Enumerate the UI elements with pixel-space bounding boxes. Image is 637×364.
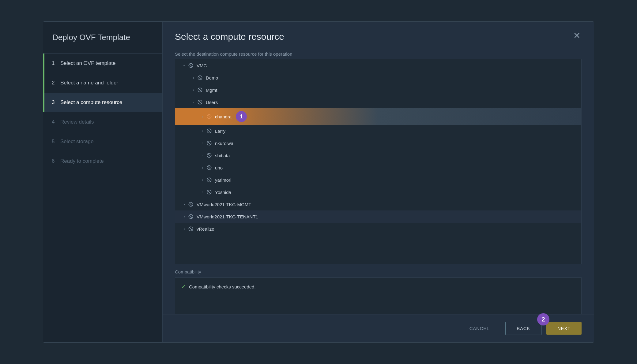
sidebar: Deploy OVF Template 1 Select an OVF temp… — [43, 22, 163, 342]
svg-line-17 — [207, 166, 211, 169]
page-title: Select a compute resource — [175, 32, 284, 42]
step-item-2[interactable]: 2 Select a name and folder — [43, 73, 162, 93]
node-label-vmc: VMC — [197, 63, 207, 68]
node-label-nkuroiwa: nkuroiwa — [215, 141, 233, 146]
badge-1: 1 — [236, 111, 247, 122]
resource-pool-icon — [206, 189, 213, 195]
step-item-3[interactable]: 3 Select a compute resource — [43, 93, 162, 112]
chevron-icon: › — [200, 141, 206, 145]
svg-line-11 — [207, 129, 211, 132]
node-label-larry: Larry — [215, 128, 225, 134]
node-label-users: Users — [206, 100, 218, 105]
tree-node-users[interactable]: › Users — [175, 96, 581, 108]
compatibility-label: Compatibility — [175, 269, 582, 274]
step-num-6: 6 — [52, 158, 60, 164]
resource-pool-icon — [197, 99, 203, 106]
close-button[interactable]: ✕ — [572, 32, 582, 40]
node-label-yarimori: yarimori — [215, 177, 231, 183]
compatibility-box: ✓ Compatibility checks succeeded. — [175, 277, 582, 314]
chevron-icon: › — [200, 154, 206, 157]
content-subtitle: Select the destination compute resource … — [163, 47, 594, 59]
svg-line-9 — [207, 115, 211, 118]
svg-line-27 — [189, 227, 192, 230]
chevron-icon: › — [181, 202, 187, 206]
tree-node-tkg-tenant1[interactable]: › VMworld2021-TKG-TENANT1 — [175, 210, 581, 223]
node-label-demo: Demo — [206, 75, 218, 80]
cluster-icon — [187, 62, 194, 69]
node-label-chandra: chandra — [215, 114, 232, 119]
back-button[interactable]: BACK — [505, 322, 541, 335]
resource-pool-icon — [206, 128, 213, 134]
cluster-icon — [187, 201, 194, 208]
chevron-icon: › — [200, 178, 206, 182]
svg-line-21 — [207, 190, 211, 194]
svg-line-25 — [189, 215, 192, 218]
svg-line-19 — [207, 178, 211, 181]
node-label-tkg-mgmt: VMworld2021-TKG-MGMT — [197, 202, 251, 207]
resource-pool-icon — [197, 87, 203, 93]
step-label-2: Select a name and folder — [60, 80, 118, 86]
node-label-shibata: shibata — [215, 153, 230, 158]
tree-node-vrealize[interactable]: › vRealize — [175, 223, 581, 235]
compat-message: Compatibility checks succeeded. — [189, 284, 256, 289]
tree-node-mgmt[interactable]: › Mgmt — [175, 84, 581, 96]
resource-pool-icon — [206, 152, 213, 159]
check-icon: ✓ — [181, 283, 186, 290]
svg-line-15 — [207, 154, 211, 157]
step-label-1: Select an OVF template — [60, 60, 115, 66]
step-num-5: 5 — [52, 139, 60, 145]
tree-node-yoshida[interactable]: › Yoshida — [175, 186, 581, 198]
compatibility-section: Compatibility ✓ Compatibility checks suc… — [163, 264, 594, 314]
footer: 2 CANCEL BACK NEXT — [163, 314, 594, 342]
svg-line-13 — [207, 141, 211, 145]
step-label-3: Select a compute resource — [60, 99, 122, 106]
tree-node-tkg-mgmt[interactable]: › VMworld2021-TKG-MGMT — [175, 198, 581, 210]
chevron-icon: › — [183, 62, 186, 69]
chevron-icon: › — [200, 129, 206, 133]
node-label-yoshida: Yoshida — [215, 190, 231, 195]
tree-node-yarimori[interactable]: › yarimori — [175, 174, 581, 186]
svg-line-1 — [189, 64, 192, 67]
step-num-2: 2 — [52, 80, 60, 86]
chevron-icon: › — [181, 215, 187, 218]
node-label-vrealize: vRealize — [197, 226, 214, 232]
chevron-icon: › — [190, 76, 197, 80]
svg-line-23 — [189, 202, 192, 206]
resource-pool-icon — [206, 164, 213, 171]
svg-line-7 — [198, 100, 202, 104]
step-item-6: 6 Ready to complete — [43, 151, 162, 171]
tree-node-larry[interactable]: › Larry — [175, 125, 581, 137]
step-item-1[interactable]: 1 Select an OVF template — [43, 54, 162, 73]
tree-node-vmc[interactable]: › VMC — [175, 59, 581, 72]
step-num-3: 3 — [52, 99, 60, 106]
step-item-4: 4 Review details — [43, 112, 162, 132]
badge-2: 2 — [537, 313, 549, 325]
resource-pool-icon — [197, 74, 203, 81]
compat-success-row: ✓ Compatibility checks succeeded. — [181, 283, 575, 290]
chevron-icon: › — [190, 88, 197, 92]
tree-node-shibata[interactable]: › shibata — [175, 149, 581, 162]
cluster-icon — [187, 213, 194, 220]
tree-node-demo[interactable]: › Demo — [175, 72, 581, 84]
step-item-5: 5 Select storage — [43, 132, 162, 151]
resource-tree[interactable]: › VMC › Demo — [175, 59, 582, 264]
chevron-icon: › — [200, 166, 206, 169]
next-button[interactable]: NEXT — [546, 322, 582, 335]
resource-pool-icon — [206, 140, 213, 147]
resource-pool-icon — [206, 113, 213, 120]
tree-node-nkuroiwa[interactable]: › nkuroiwa — [175, 137, 581, 149]
step-list: 1 Select an OVF template 2 Select a name… — [43, 54, 162, 342]
node-label-mgmt: Mgmt — [206, 87, 217, 93]
tree-node-chandra[interactable]: › chandra 1 — [175, 108, 581, 125]
tree-node-uno[interactable]: › uno — [175, 162, 581, 174]
step-label-4: Review details — [60, 119, 94, 125]
node-label-tkg-tenant1: VMworld2021-TKG-TENANT1 — [197, 214, 258, 219]
content-header: Select a compute resource ✕ — [163, 22, 594, 47]
chevron-icon: › — [200, 190, 206, 194]
step-label-5: Select storage — [60, 139, 94, 145]
resource-pool-icon — [206, 176, 213, 183]
cancel-button[interactable]: CANCEL — [458, 322, 500, 335]
svg-line-3 — [198, 76, 202, 79]
sidebar-title: Deploy OVF Template — [43, 22, 162, 54]
chevron-icon: › — [181, 227, 187, 231]
